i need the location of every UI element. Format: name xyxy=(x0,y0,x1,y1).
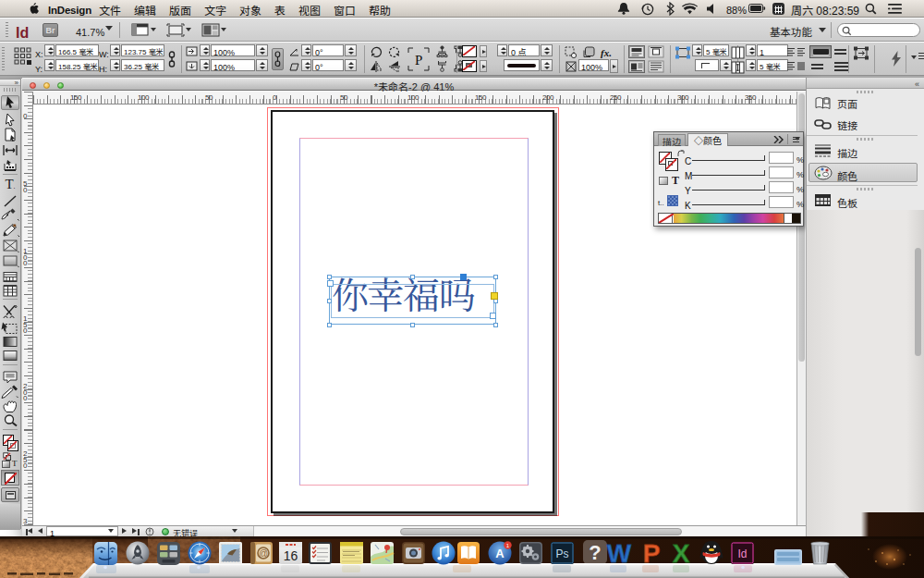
svg-text:?: ? xyxy=(589,541,601,564)
svg-text:Ps: Ps xyxy=(555,547,568,560)
svg-text:16: 16 xyxy=(284,548,298,563)
svg-text:P: P xyxy=(643,539,661,568)
svg-text:Id: Id xyxy=(737,547,747,560)
svg-text:P: P xyxy=(415,53,422,68)
svg-text:W: W xyxy=(607,539,632,568)
svg-text:A: A xyxy=(495,547,505,560)
svg-text:X: X xyxy=(673,539,690,568)
svg-text:@: @ xyxy=(259,548,268,559)
